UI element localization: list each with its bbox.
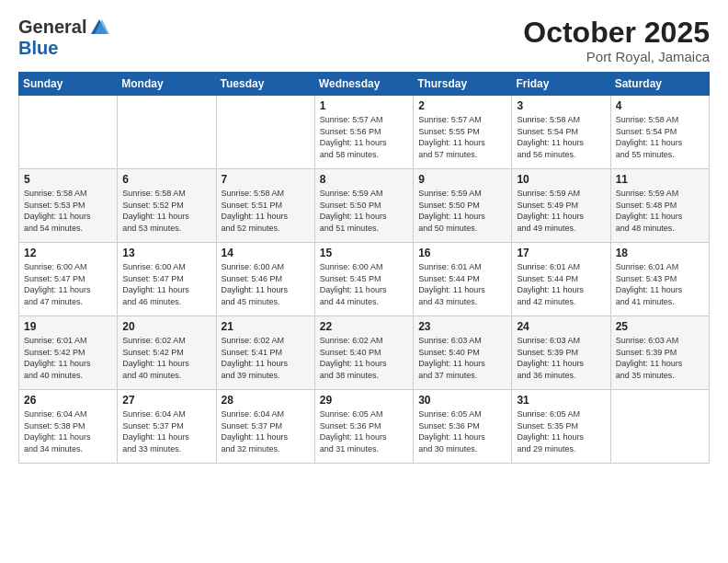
calendar-cell	[19, 96, 118, 169]
logo: General Blue	[18, 17, 109, 59]
day-number: 11	[616, 173, 704, 186]
day-number: 15	[320, 247, 408, 259]
day-info: Sunrise: 6:03 AM Sunset: 5:39 PM Dayligh…	[616, 335, 704, 381]
calendar-cell: 5Sunrise: 5:58 AM Sunset: 5:53 PM Daylig…	[19, 169, 118, 243]
day-number: 22	[320, 320, 408, 333]
day-number: 21	[222, 320, 310, 333]
day-info: Sunrise: 5:58 AM Sunset: 5:54 PM Dayligh…	[517, 114, 605, 160]
logo-general-text: General	[18, 17, 86, 38]
day-info: Sunrise: 6:03 AM Sunset: 5:40 PM Dayligh…	[418, 335, 506, 381]
calendar-cell: 12Sunrise: 6:00 AM Sunset: 5:47 PM Dayli…	[19, 243, 118, 316]
day-number: 18	[616, 247, 704, 259]
day-info: Sunrise: 6:00 AM Sunset: 5:46 PM Dayligh…	[222, 261, 310, 307]
day-info: Sunrise: 6:05 AM Sunset: 5:35 PM Dayligh…	[517, 408, 605, 454]
day-number: 31	[517, 394, 605, 407]
day-number: 9	[418, 173, 506, 186]
day-number: 16	[418, 247, 506, 259]
day-info: Sunrise: 6:02 AM Sunset: 5:41 PM Dayligh…	[222, 335, 310, 381]
calendar-week-4: 19Sunrise: 6:01 AM Sunset: 5:42 PM Dayli…	[19, 316, 710, 390]
calendar-table: SundayMondayTuesdayWednesdayThursdayFrid…	[18, 72, 710, 464]
day-info: Sunrise: 6:02 AM Sunset: 5:42 PM Dayligh…	[122, 335, 210, 381]
calendar-cell: 4Sunrise: 5:58 AM Sunset: 5:54 PM Daylig…	[610, 96, 709, 169]
calendar-cell: 16Sunrise: 6:01 AM Sunset: 5:44 PM Dayli…	[414, 243, 512, 316]
day-number: 17	[517, 247, 605, 259]
day-number: 24	[517, 320, 605, 333]
location: Port Royal, Jamaica	[523, 49, 710, 64]
calendar-cell: 3Sunrise: 5:58 AM Sunset: 5:54 PM Daylig…	[512, 96, 610, 169]
day-info: Sunrise: 6:04 AM Sunset: 5:38 PM Dayligh…	[24, 408, 112, 454]
day-info: Sunrise: 5:59 AM Sunset: 5:50 PM Dayligh…	[418, 188, 506, 234]
day-number: 19	[24, 320, 112, 333]
day-number: 6	[122, 173, 210, 186]
page: General Blue October 2025 Port Royal, Ja…	[0, 0, 728, 563]
calendar-cell: 23Sunrise: 6:03 AM Sunset: 5:40 PM Dayli…	[414, 316, 512, 390]
day-number: 2	[418, 99, 506, 112]
day-header-saturday: Saturday	[610, 73, 709, 96]
calendar-cell: 25Sunrise: 6:03 AM Sunset: 5:39 PM Dayli…	[610, 316, 709, 390]
day-info: Sunrise: 6:05 AM Sunset: 5:36 PM Dayligh…	[418, 408, 506, 454]
calendar-cell: 27Sunrise: 6:04 AM Sunset: 5:37 PM Dayli…	[118, 390, 216, 464]
calendar-cell: 10Sunrise: 5:59 AM Sunset: 5:49 PM Dayli…	[512, 169, 610, 243]
day-info: Sunrise: 6:04 AM Sunset: 5:37 PM Dayligh…	[222, 408, 310, 454]
day-info: Sunrise: 6:01 AM Sunset: 5:44 PM Dayligh…	[517, 261, 605, 307]
calendar-cell: 2Sunrise: 5:57 AM Sunset: 5:55 PM Daylig…	[414, 96, 512, 169]
day-number: 12	[24, 247, 112, 259]
day-number: 29	[320, 394, 408, 407]
day-number: 27	[122, 394, 210, 407]
calendar-cell: 29Sunrise: 6:05 AM Sunset: 5:36 PM Dayli…	[314, 390, 413, 464]
calendar-cell: 26Sunrise: 6:04 AM Sunset: 5:38 PM Dayli…	[19, 390, 118, 464]
day-number: 10	[517, 173, 605, 186]
calendar-cell	[610, 390, 709, 464]
day-number: 30	[418, 394, 506, 407]
day-info: Sunrise: 5:59 AM Sunset: 5:48 PM Dayligh…	[616, 188, 704, 234]
month-title: October 2025	[523, 17, 710, 49]
day-info: Sunrise: 5:58 AM Sunset: 5:51 PM Dayligh…	[222, 188, 310, 234]
day-info: Sunrise: 5:58 AM Sunset: 5:52 PM Dayligh…	[122, 188, 210, 234]
day-number: 5	[24, 173, 112, 186]
day-info: Sunrise: 6:05 AM Sunset: 5:36 PM Dayligh…	[320, 408, 408, 454]
day-number: 28	[222, 394, 310, 407]
day-info: Sunrise: 6:01 AM Sunset: 5:44 PM Dayligh…	[418, 261, 506, 307]
day-info: Sunrise: 6:01 AM Sunset: 5:42 PM Dayligh…	[24, 335, 112, 381]
day-number: 20	[122, 320, 210, 333]
day-info: Sunrise: 6:00 AM Sunset: 5:47 PM Dayligh…	[122, 261, 210, 307]
day-number: 13	[122, 247, 210, 259]
day-info: Sunrise: 5:57 AM Sunset: 5:56 PM Dayligh…	[320, 114, 408, 160]
calendar-cell: 30Sunrise: 6:05 AM Sunset: 5:36 PM Dayli…	[414, 390, 512, 464]
calendar-cell: 1Sunrise: 5:57 AM Sunset: 5:56 PM Daylig…	[314, 96, 413, 169]
day-number: 1	[320, 99, 408, 112]
calendar-week-1: 1Sunrise: 5:57 AM Sunset: 5:56 PM Daylig…	[19, 96, 710, 169]
day-number: 7	[222, 173, 310, 186]
title-block: October 2025 Port Royal, Jamaica	[523, 17, 710, 64]
day-info: Sunrise: 5:59 AM Sunset: 5:50 PM Dayligh…	[320, 188, 408, 234]
calendar-cell: 19Sunrise: 6:01 AM Sunset: 5:42 PM Dayli…	[19, 316, 118, 390]
calendar-week-5: 26Sunrise: 6:04 AM Sunset: 5:38 PM Dayli…	[19, 390, 710, 464]
calendar-cell: 8Sunrise: 5:59 AM Sunset: 5:50 PM Daylig…	[314, 169, 413, 243]
day-info: Sunrise: 5:58 AM Sunset: 5:53 PM Dayligh…	[24, 188, 112, 234]
day-header-friday: Friday	[512, 73, 610, 96]
day-number: 8	[320, 173, 408, 186]
day-info: Sunrise: 6:00 AM Sunset: 5:47 PM Dayligh…	[24, 261, 112, 307]
day-info: Sunrise: 6:01 AM Sunset: 5:43 PM Dayligh…	[616, 261, 704, 307]
calendar-cell	[216, 96, 314, 169]
calendar-header-row: SundayMondayTuesdayWednesdayThursdayFrid…	[19, 73, 710, 96]
calendar-cell: 7Sunrise: 5:58 AM Sunset: 5:51 PM Daylig…	[216, 169, 314, 243]
calendar-cell: 20Sunrise: 6:02 AM Sunset: 5:42 PM Dayli…	[118, 316, 216, 390]
calendar-cell: 6Sunrise: 5:58 AM Sunset: 5:52 PM Daylig…	[118, 169, 216, 243]
calendar-cell: 21Sunrise: 6:02 AM Sunset: 5:41 PM Dayli…	[216, 316, 314, 390]
day-info: Sunrise: 5:59 AM Sunset: 5:49 PM Dayligh…	[517, 188, 605, 234]
day-header-sunday: Sunday	[19, 73, 118, 96]
calendar-cell	[118, 96, 216, 169]
calendar-week-2: 5Sunrise: 5:58 AM Sunset: 5:53 PM Daylig…	[19, 169, 710, 243]
day-header-monday: Monday	[118, 73, 216, 96]
day-info: Sunrise: 5:58 AM Sunset: 5:54 PM Dayligh…	[616, 114, 704, 160]
calendar-cell: 13Sunrise: 6:00 AM Sunset: 5:47 PM Dayli…	[118, 243, 216, 316]
day-header-wednesday: Wednesday	[314, 73, 413, 96]
day-number: 23	[418, 320, 506, 333]
day-info: Sunrise: 6:04 AM Sunset: 5:37 PM Dayligh…	[122, 408, 210, 454]
calendar-cell: 14Sunrise: 6:00 AM Sunset: 5:46 PM Dayli…	[216, 243, 314, 316]
day-header-thursday: Thursday	[414, 73, 512, 96]
day-number: 26	[24, 394, 112, 407]
calendar-cell: 18Sunrise: 6:01 AM Sunset: 5:43 PM Dayli…	[610, 243, 709, 316]
day-info: Sunrise: 6:02 AM Sunset: 5:40 PM Dayligh…	[320, 335, 408, 381]
